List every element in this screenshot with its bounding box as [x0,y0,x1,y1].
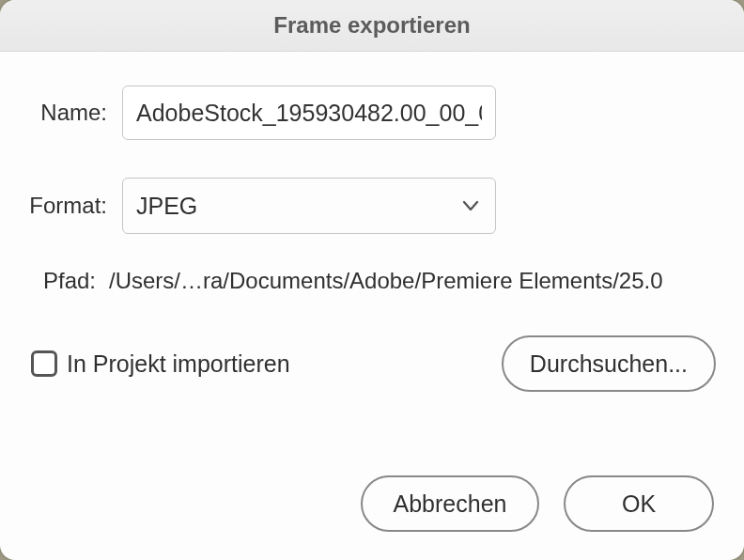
import-checkbox-label: In Projekt importieren [67,350,502,378]
dialog-title: Frame exportieren [273,12,470,39]
path-label: Pfad: [28,268,109,294]
format-select[interactable]: JPEG [122,178,496,234]
export-frame-dialog: Frame exportieren Name: Format: JPEG Pfa… [0,0,744,560]
row-format: Format: JPEG [28,178,716,234]
cancel-button-label: Abbrechen [394,490,507,518]
row-name: Name: [28,86,716,140]
ok-button-label: OK [622,490,656,518]
dialog-content: Name: Format: JPEG Pfad: /Users/…ra/Docu… [0,52,744,392]
name-label: Name: [28,100,122,126]
format-selected-value: JPEG [136,193,197,220]
dialog-footer: Abbrechen OK [361,475,714,532]
dialog-titlebar: Frame exportieren [0,0,744,52]
browse-button[interactable]: Durchsuchen... [502,335,716,392]
name-input[interactable] [122,86,496,140]
ok-button[interactable]: OK [564,475,714,532]
path-value: /Users/…ra/Documents/Adobe/Premiere Elem… [109,268,663,294]
row-path: Pfad: /Users/…ra/Documents/Adobe/Premier… [28,268,716,294]
row-import: In Projekt importieren Durchsuchen... [28,335,716,392]
import-checkbox[interactable] [31,350,57,377]
chevron-down-icon [461,196,480,215]
format-label: Format: [28,193,122,219]
cancel-button[interactable]: Abbrechen [361,475,539,532]
browse-button-label: Durchsuchen... [530,350,688,378]
